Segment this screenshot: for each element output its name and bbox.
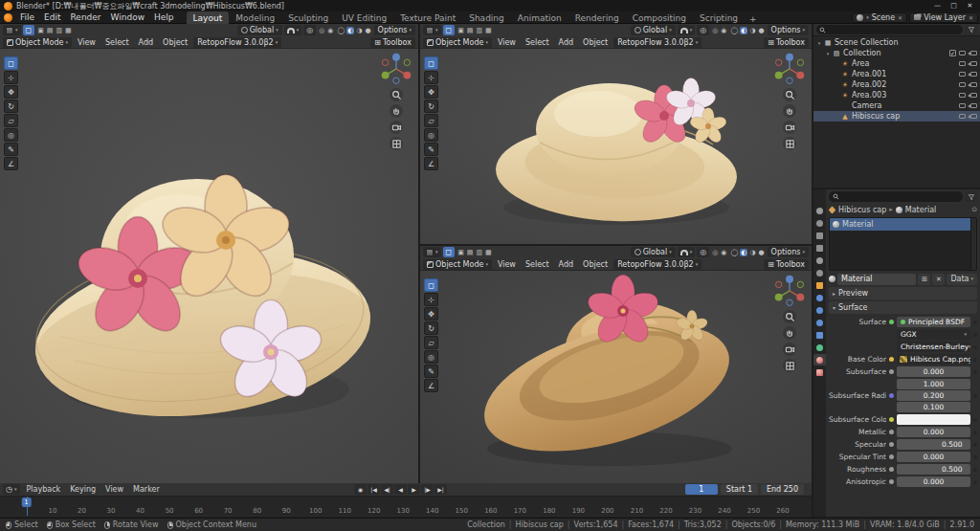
navigation-gizmo[interactable] (380, 53, 412, 85)
viewport-menu-object[interactable]: Object (579, 37, 612, 48)
slider-metallic[interactable]: 0.000 (897, 427, 970, 437)
viewport-toggle-1-icon[interactable]: ▣ (457, 249, 465, 256)
tool-scale[interactable]: ▱ (424, 336, 438, 349)
disable-render-toggle[interactable] (970, 103, 977, 108)
tool-transform[interactable]: ◎ (424, 128, 438, 142)
viewport-toggle-1-icon[interactable]: ▣ (36, 27, 45, 34)
viewport-canvas[interactable]: ◻⊹✥↻▱◎✎∠ (420, 271, 812, 483)
snap-toggle[interactable]: ▾ (678, 25, 696, 35)
tool-measure[interactable]: ∠ (4, 157, 18, 170)
tool-scale[interactable]: ▱ (4, 114, 18, 127)
workspace-add-button[interactable]: + (745, 14, 762, 24)
slider-roughness[interactable]: 0.500 (897, 464, 970, 475)
workspace-tab-modeling[interactable]: Modeling (229, 11, 281, 24)
viewport-toggle-4-icon[interactable]: ▦ (64, 27, 73, 34)
blender-menu-button[interactable] (0, 13, 15, 22)
shading-material-preview-icon[interactable]: ◑ (355, 27, 363, 34)
animate-dot[interactable] (973, 455, 977, 459)
scene-selector[interactable]: ▾ Scene ✕ (852, 12, 907, 23)
outliner-search-input[interactable] (816, 25, 963, 34)
navigation-gizmo[interactable] (773, 53, 806, 85)
show-overlays-icon[interactable]: ◉ (720, 27, 727, 34)
tool-cursor[interactable]: ⊹ (4, 71, 18, 84)
hide-viewport-toggle[interactable] (959, 82, 966, 87)
toolbox-button[interactable]: ⊞Toolbox (764, 37, 809, 48)
viewport-canvas[interactable]: ◻⊹✥↻▱◎✎∠ (420, 49, 812, 244)
viewport-toggle-2-icon[interactable]: ▤ (46, 27, 55, 34)
viewport-menu-view[interactable]: View (494, 259, 520, 270)
workspace-tab-sculpting[interactable]: Sculpting (281, 11, 335, 24)
properties-tab-render[interactable] (813, 217, 826, 229)
playhead[interactable]: 1 (27, 497, 28, 516)
viewport-menu-select[interactable]: Select (522, 37, 553, 48)
outliner-item-camera[interactable]: Camera (813, 100, 980, 111)
properties-tab-scene[interactable] (813, 254, 826, 266)
disclosure-triangle[interactable]: ▾ (824, 51, 832, 56)
animate-dot[interactable] (973, 468, 977, 472)
viewport-bottom[interactable]: ▾◻▣▤▥▦Global▾▾◎◎◉◯◐◑●Options▾Object Mode… (420, 246, 812, 483)
zoom-button[interactable] (783, 310, 796, 323)
editor-type-dropdown[interactable]: ▾ (3, 25, 21, 35)
properties-tab-texture[interactable] (813, 366, 826, 378)
disable-render-toggle[interactable] (970, 82, 977, 87)
pan-hand-button[interactable] (783, 104, 796, 118)
viewport-menu-view[interactable]: View (74, 37, 100, 48)
outliner-item-scene-collection[interactable]: ▾▦Scene Collection (813, 37, 980, 48)
animate-dot[interactable] (973, 480, 977, 484)
menu-window[interactable]: Window (106, 12, 150, 22)
workspace-tab-texture-paint[interactable]: Texture Paint (393, 11, 462, 24)
tool-transform[interactable]: ◎ (4, 128, 18, 142)
hide-viewport-toggle[interactable] (959, 93, 966, 98)
active-tool-button[interactable]: ◻ (443, 247, 456, 257)
properties-tab-modifiers[interactable] (813, 292, 826, 303)
material-slot[interactable]: Material (830, 218, 970, 231)
auto-keying-toggle-button[interactable]: ◉ (354, 484, 367, 495)
zoom-button[interactable] (390, 88, 403, 101)
viewport-canvas[interactable]: ◻⊹✥↻▱◎✎∠ (0, 49, 418, 483)
show-gizmo-icon[interactable]: ◎ (318, 27, 325, 34)
options-dropdown[interactable]: Options▾ (374, 25, 415, 35)
tool-rotate[interactable]: ↻ (424, 100, 438, 113)
shading-wireframe-icon[interactable]: ◯ (729, 27, 739, 34)
toggle-perspective-button[interactable] (783, 137, 796, 150)
clear-scene-icon[interactable]: ✕ (898, 14, 902, 21)
tool-annotate[interactable]: ✎ (4, 143, 18, 156)
prev-keyframe-button[interactable]: ◀| (381, 484, 393, 495)
outliner-item-area-002[interactable]: ☀Area.002 (813, 79, 980, 90)
timeline-menu-keying[interactable]: Keying (65, 485, 100, 494)
outliner-item-area-003[interactable]: ☀Area.003 (813, 90, 980, 100)
orientation-dropdown[interactable]: Global▾ (631, 25, 676, 35)
properties-tab-constraints[interactable] (813, 329, 826, 341)
viewport-toggle-2-icon[interactable]: ▤ (466, 249, 475, 256)
surface-section-header[interactable]: ▾Surface (829, 301, 977, 314)
outliner-item-hibiscus-cap[interactable]: ▲Hibiscus cap (813, 111, 980, 122)
exclude-checkbox[interactable]: ✓ (949, 50, 956, 56)
viewport-main[interactable]: ▾◻▣▤▥▦Global▾▾◎◎◉◯◐◑●Options▾Object Mode… (0, 24, 418, 483)
viewport-menu-object[interactable]: Object (579, 259, 612, 270)
pan-hand-button[interactable] (390, 104, 403, 118)
timeline-ruler[interactable]: 1 10203040506070809010011012013014015016… (0, 497, 812, 516)
field-subsurface-radius-1[interactable]: 0.200 (897, 390, 970, 401)
clear-view-layer-icon[interactable]: ✕ (969, 14, 973, 21)
animate-dot[interactable] (973, 443, 977, 447)
show-overlays-icon[interactable]: ◉ (720, 249, 727, 256)
properties-search-input[interactable] (829, 191, 963, 202)
viewport-toggle-2-icon[interactable]: ▤ (466, 27, 475, 34)
animate-dot[interactable] (973, 358, 977, 362)
preview-section-header[interactable]: ▸Preview (829, 287, 977, 299)
viewport-menu-view[interactable]: View (494, 37, 520, 48)
maximize-button[interactable]: □ (946, 2, 962, 10)
timeline-menu-playback[interactable]: Playback (22, 485, 66, 494)
jump-to-start-button[interactable]: |◀ (368, 484, 380, 495)
mode-dropdown[interactable]: Object Mode▾ (423, 37, 492, 48)
workspace-tab-compositing[interactable]: Compositing (626, 11, 693, 24)
viewport-menu-object[interactable]: Object (159, 37, 191, 48)
zoom-button[interactable] (783, 88, 796, 101)
tool-transform[interactable]: ◎ (424, 350, 438, 364)
disable-render-toggle[interactable] (970, 93, 977, 98)
shading-material-preview-icon[interactable]: ◑ (748, 27, 756, 34)
retopoflow-dropdown[interactable]: RetopoFlow 3.0.0β2▾ (613, 37, 702, 48)
toggle-perspective-button[interactable] (783, 359, 796, 372)
viewport-menu-add[interactable]: Add (555, 37, 578, 48)
retopoflow-dropdown[interactable]: RetopoFlow 3.0.0β2▾ (613, 259, 702, 270)
